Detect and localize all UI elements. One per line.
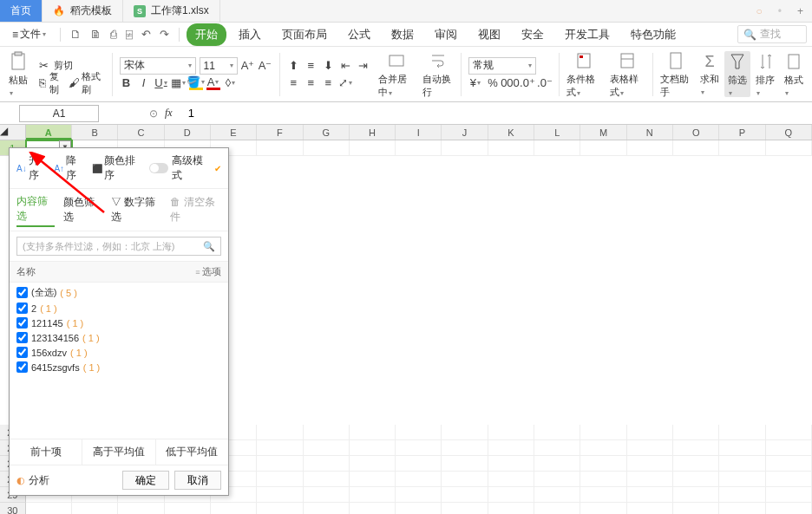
format-painter-button[interactable]: 🖌格式刷 [69,75,105,91]
cell[interactable] [719,487,765,503]
wrap-button[interactable]: 自动换行 [419,50,457,99]
cell[interactable] [488,425,534,440]
col-header-P[interactable]: P [719,125,765,140]
cell[interactable] [673,472,719,487]
cell[interactable] [165,503,211,514]
sort-button[interactable]: 排序 [752,51,778,97]
cell[interactable] [766,140,812,156]
name-box[interactable]: A1 [19,105,99,122]
dec-decimal-icon[interactable]: .0⁻ [538,76,552,90]
new-tab-icon[interactable]: + [797,5,803,17]
cell[interactable] [350,456,396,472]
menu-tab-features[interactable]: 特色功能 [622,23,684,46]
cell[interactable] [488,440,534,456]
col-header-I[interactable]: I [396,125,442,140]
cell[interactable] [673,487,719,503]
filter-item[interactable]: (全选) ( 5 ) [16,284,221,301]
align-center-icon[interactable]: ≡ [304,76,318,90]
cell[interactable] [719,456,765,472]
cell[interactable] [72,503,118,514]
fx-search-icon[interactable]: ⊙ [149,107,158,120]
cell[interactable] [580,472,626,487]
cell[interactable] [442,456,488,472]
top10-button[interactable]: 前十项 [10,439,82,465]
cell[interactable] [396,140,442,156]
col-header-B[interactable]: B [72,125,118,140]
cell[interactable] [627,472,673,487]
recording-icon[interactable]: ○ [756,5,763,17]
filter-item[interactable]: 121145 ( 1 ) [16,316,221,330]
sort-asc-button[interactable]: A↓升序 [16,153,47,183]
cell[interactable] [627,140,673,156]
file-menu[interactable]: ≡ 文件 ▾ [5,25,53,43]
sync-icon[interactable]: • [778,5,782,17]
cell[interactable] [304,487,350,503]
menu-tab-security[interactable]: 安全 [513,23,553,46]
col-header-Q[interactable]: Q [766,125,812,140]
cell[interactable] [627,456,673,472]
cell[interactable] [396,472,442,487]
cell[interactable] [673,456,719,472]
cell[interactable] [766,456,812,472]
save-icon[interactable]: 🗋 [68,26,84,42]
tab-templates[interactable]: 🔥 稻壳模板 [43,0,123,22]
print-icon[interactable]: ⎙ [108,26,120,42]
orientation-icon[interactable]: ⤢ [338,76,352,90]
menu-tab-insert[interactable]: 插入 [230,23,270,46]
indent-inc-icon[interactable]: ⇥ [356,59,370,73]
col-header-K[interactable]: K [488,125,534,140]
filter-item[interactable]: 123134156 ( 1 ) [16,330,221,345]
cell[interactable] [257,140,303,156]
style-button[interactable]: 格式 [781,51,807,97]
cell[interactable] [534,140,580,156]
cell[interactable] [350,503,396,514]
currency-icon[interactable]: ¥ [468,76,482,90]
cell[interactable] [719,472,765,487]
cell[interactable] [627,503,673,514]
col-header-F[interactable]: F [257,125,303,140]
col-header-M[interactable]: M [580,125,626,140]
paste-group[interactable]: 粘贴 [5,51,31,97]
doc-helper-button[interactable]: 文档助手 [657,50,695,99]
cell[interactable] [627,440,673,456]
cell[interactable] [257,456,303,472]
align-top-icon[interactable]: ⬆ [286,59,300,73]
clear-filter-button[interactable]: 🗑 清空条件 [170,193,221,226]
cell[interactable] [534,503,580,514]
filter-button[interactable]: 筛选 [724,51,750,97]
formula-input[interactable] [180,107,812,120]
cell[interactable] [350,440,396,456]
filter-item[interactable]: 156xdzv ( 1 ) [16,345,221,360]
cell[interactable] [257,487,303,503]
cell[interactable] [304,140,350,156]
select-all-corner[interactable]: ◢ [0,125,26,140]
cell[interactable] [488,503,534,514]
tab-workbook[interactable]: S 工作簿1.xlsx [123,0,220,22]
filter-search-input[interactable]: (支持多条件过滤，例如：北京 上海) 🔍 [16,237,221,256]
filter-checkbox[interactable] [16,317,28,329]
cell[interactable] [26,503,72,514]
menu-tab-pagelayout[interactable]: 页面布局 [273,23,336,46]
sort-desc-button[interactable]: A↑降序 [54,153,84,183]
decrease-font-icon[interactable]: A⁻ [259,59,272,73]
cell[interactable] [580,140,626,156]
col-header-H[interactable]: H [350,125,396,140]
font-name-combo[interactable]: 宋体▾ [120,57,196,75]
cond-format-button[interactable]: 条件格式 [563,50,605,99]
cell[interactable] [766,425,812,440]
cell[interactable] [673,140,719,156]
cell[interactable] [442,472,488,487]
cell[interactable] [627,487,673,503]
number-filter-tab[interactable]: ▽ 数字筛选 [111,193,162,226]
print-preview-icon[interactable]: ⍯ [123,26,135,42]
col-header-J[interactable]: J [442,125,488,140]
font-color-icon[interactable]: A [206,76,220,90]
percent-icon[interactable]: % [486,76,500,90]
above-avg-button[interactable]: 高于平均值 [82,439,155,465]
cell[interactable] [534,440,580,456]
cell[interactable] [719,425,765,440]
merge-button[interactable]: 合并居中 [375,50,416,99]
cell[interactable] [396,440,442,456]
cell[interactable] [580,487,626,503]
cell[interactable] [304,425,350,440]
